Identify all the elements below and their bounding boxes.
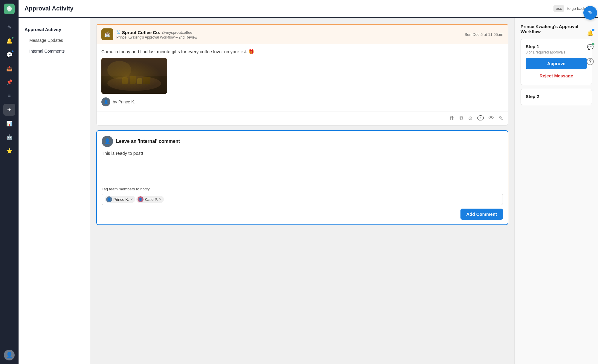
messages-icon[interactable]: 💬 [3,49,15,61]
user-avatar[interactable]: 👤 [4,350,15,360]
edit-post-icon[interactable]: ✎ [499,115,503,122]
prince-chip-avatar: 👤 [106,196,112,202]
comment-title: Leave an 'internal' comment [116,139,180,144]
notifications-icon[interactable]: 🔔 [3,35,15,47]
preview-icon[interactable]: 👁 [489,115,494,122]
comment-divider [102,183,503,183]
analytics-icon[interactable]: 📊 [3,117,15,129]
lists-icon[interactable]: ≡ [3,90,15,102]
comment-footer: Add Comment [102,209,503,220]
chat-badge [592,43,594,45]
post-author: 👤 by Prince K. [101,97,503,106]
workflow-name: Prince Kwateng's Approval Workflow – 2nd… [116,35,197,39]
help-right-icon[interactable]: ? [584,56,596,68]
tag-input-row[interactable]: 👤 Prince K. × 👤 Katie P. × [102,194,503,205]
post-card: ☕ 𝕏 Sprout Coffee Co. @mysproutcoffee Pr… [96,24,508,126]
svg-rect-7 [143,77,150,84]
svg-rect-1 [101,58,167,94]
katie-chip-remove[interactable]: × [159,197,161,201]
tag-label: Tag team members to notify [102,187,503,191]
compose-icon[interactable]: ✎ [3,21,15,33]
prince-chip-label: Prince K. [113,197,129,202]
twitter-icon: 𝕏 [116,30,120,35]
content-area: Approval Activity Message Updates Intern… [19,18,598,364]
bot-icon[interactable]: 🤖 [3,131,15,143]
page-title: Approval Activity [25,5,74,12]
comment-user-avatar: 👤 [102,136,113,147]
approve-button[interactable]: Approve [526,58,587,69]
svg-rect-5 [130,76,136,84]
katie-chip-avatar: 👤 [138,196,144,202]
sidebar: ✎ 🔔 💬 📥 📌 ≡ ✈ 📊 🤖 ⭐ 👤 [0,0,19,364]
post-card-header: ☕ 𝕏 Sprout Coffee Co. @mysproutcoffee Pr… [97,25,508,44]
notifications-badge [11,36,14,39]
account-name: Sprout Coffee Co. [122,30,160,35]
right-sidebar: ✎ 🔔 💬 ? [582,0,598,364]
post-image [101,58,167,94]
reject-button[interactable]: Reject Message [526,71,587,80]
account-info: 𝕏 Sprout Coffee Co. @mysproutcoffee Prin… [116,30,197,39]
step2-title: Step 2 [526,94,587,99]
svg-rect-6 [137,78,142,84]
katie-chip-label: Katie P. [145,197,158,202]
publishing-icon[interactable]: ✈ [3,104,15,116]
add-comment-button[interactable]: Add Comment [460,209,503,220]
star-icon[interactable]: ⭐ [3,145,15,157]
svg-rect-2 [101,76,167,94]
tag-section: Tag team members to notify 👤 Prince K. ×… [102,187,503,205]
top-header: Approval Activity esc to go back × [19,0,598,18]
account-avatar: ☕ [101,28,113,40]
messages-badge [11,50,14,53]
step2-card: Step 2 [521,89,592,105]
tag-chip-katie: 👤 Katie P. × [136,196,164,203]
copy-icon[interactable]: ⧉ [460,115,463,122]
post-card-body: Come in today and find last minute gifts… [97,44,508,111]
inbox-icon[interactable]: 📥 [3,62,15,74]
esc-badge: esc [553,5,564,12]
bell-right-icon[interactable]: 🔔 [584,27,596,39]
pin-icon[interactable]: 📌 [3,76,15,88]
main-wrapper: Approval Activity esc to go back × Appro… [19,0,598,364]
nav-message-updates[interactable]: Message Updates [19,35,90,46]
tag-chip-prince: 👤 Prince K. × [105,196,135,203]
post-card-header-left: ☕ 𝕏 Sprout Coffee Co. @mysproutcoffee Pr… [101,28,197,40]
compose-fab-button[interactable]: ✎ [583,6,597,20]
author-avatar: 👤 [101,97,110,106]
nav-internal-comments[interactable]: Internal Comments [19,46,90,56]
left-nav: Approval Activity Message Updates Intern… [19,18,90,364]
delete-icon[interactable]: 🗑 [449,115,455,122]
block-icon[interactable]: ⊘ [468,115,472,122]
author-label: by Prince K. [113,100,135,104]
step1-title: Step 1 [526,44,587,49]
workflow-panel-title: Prince Kwateng's Approval Workflow [521,24,592,34]
svg-point-0 [8,7,10,9]
prince-chip-remove[interactable]: × [130,197,133,201]
comment-textarea[interactable]: This is ready to post! [102,151,503,175]
svg-rect-4 [122,77,128,84]
nav-approval-activity[interactable]: Approval Activity [19,24,90,35]
comment-header: 👤 Leave an 'internal' comment [102,136,503,147]
bell-badge [592,29,594,31]
step1-subtitle: 0 of 1 required approvals [526,50,587,54]
svg-point-3 [107,76,161,91]
center-content: ☕ 𝕏 Sprout Coffee Co. @mysproutcoffee Pr… [90,18,514,364]
app-logo[interactable] [4,4,15,14]
chat-right-icon[interactable]: 💬 [584,41,596,53]
comment-card: 👤 Leave an 'internal' comment This is re… [96,130,508,225]
post-timestamp: Sun Dec 5 at 11:05am [465,32,503,37]
comment-post-icon[interactable]: 💬 [477,115,484,122]
post-text: Come in today and find last minute gifts… [101,49,503,54]
step1-card: Step 1 0 of 1 required approvals Approve… [521,39,592,85]
account-handle: @mysproutcoffee [162,30,193,35]
post-card-actions: 🗑 ⧉ ⊘ 💬 👁 ✎ [97,111,508,125]
svg-point-8 [107,61,131,79]
